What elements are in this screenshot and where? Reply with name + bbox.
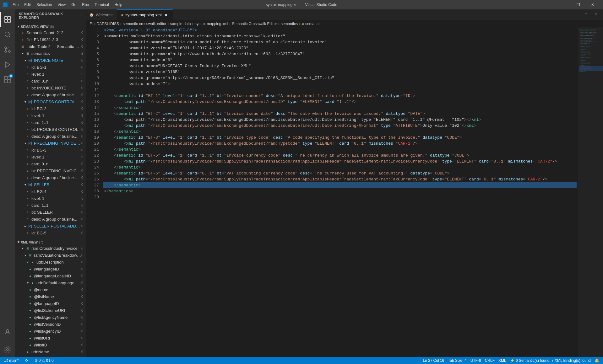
tree-item-ram-valuation[interactable]: ▾ ⊞ ram:ValuationBreakdown... 0 <box>15 252 86 259</box>
activity-explorer[interactable] <box>0 12 15 27</box>
tree-item-bg1-bt[interactable]: ≡bt: INVOICE NOTE0 <box>15 84 86 91</box>
status-tab-size[interactable]: Tab Size: 4 <box>447 358 468 363</box>
menu-selection[interactable]: Selection <box>34 2 54 8</box>
minimize-button[interactable]: — <box>557 0 571 9</box>
tab-welcome[interactable]: 🏠 Welcome <box>86 9 117 20</box>
tree-item-bg4-desc[interactable]: ≡desc: A group of busine...0 <box>15 216 86 222</box>
split-editor-button[interactable]: ⊡ <box>582 10 590 19</box>
prop-icon: ≡ <box>25 134 30 139</box>
tree-item-bg4-id[interactable]: ≡id: BG-40 <box>15 188 86 195</box>
tree-item-bg1-level[interactable]: ≡level: 15 <box>15 71 86 78</box>
tree-item-listagencyname[interactable]: ●@listAgencyName0 <box>15 314 86 321</box>
tree-item-bg2-bt[interactable]: ≡bt: PROCESS CONTROL0 <box>15 126 86 133</box>
code-content[interactable]: <?xml version="1.0" encoding="UTF-8"?><s… <box>101 27 578 357</box>
status-notifications[interactable]: 🔔 <box>593 358 600 363</box>
layout-button[interactable]: ⊞ <box>592 10 600 19</box>
status-encoding[interactable]: UTF-8 <box>469 358 482 363</box>
tree-item-bg1-id[interactable]: ≡id: BG-10 <box>15 64 86 71</box>
svg-rect-0 <box>5 17 7 19</box>
activity-run[interactable] <box>0 57 15 72</box>
tree-item-languagelocaleid[interactable]: ●@languageLocaleID0 <box>15 272 86 279</box>
circle-icon: ● <box>28 273 33 278</box>
tree-item-bg5-id[interactable]: ≡id: BG-50 <box>15 229 86 236</box>
activity-accounts[interactable] <box>0 324 15 340</box>
maximize-button[interactable]: ❐ <box>571 0 585 9</box>
tree-item-bg4-level[interactable]: ≡level: 15 <box>15 195 86 202</box>
breadcrumb-semantic[interactable]: ◈semantic <box>302 22 320 26</box>
status-language[interactable]: XML <box>497 358 508 363</box>
tree-label: @listVersionID <box>34 322 81 327</box>
breadcrumb-sce[interactable]: Semantic Crosswalk Editor <box>232 22 277 26</box>
tree-item-semantics[interactable]: ▾ ⊞ semantics 2 <box>15 50 86 57</box>
semantic-view-section[interactable]: ▾ SEMANTIC VIEW (6) <box>15 23 86 29</box>
breadcrumb-semantics[interactable]: semantics <box>281 22 298 26</box>
breadcrumb-file[interactable]: syntax-mapping.xml <box>195 22 228 26</box>
menu-go[interactable]: Go <box>69 2 79 8</box>
breadcrumb-editor[interactable]: semantic-crosswalk-editor <box>123 22 166 26</box>
tree-item-bg3-desc[interactable]: ≡desc: A group of busine...0 <box>15 174 86 181</box>
menu-view[interactable]: View <box>55 2 68 8</box>
status-semantics[interactable]: ⚡ 6 Semantic(s) found, 7 XML Binding(s) … <box>509 358 592 363</box>
menu-run[interactable]: Run <box>79 2 91 8</box>
tree-item-languageid[interactable]: ●@languageID0 <box>15 265 86 272</box>
tab-close-button[interactable]: ✕ <box>164 13 169 18</box>
tree-item-listid[interactable]: ●@listID0 <box>15 341 86 348</box>
menu-help[interactable]: Help <box>112 2 125 8</box>
status-line-col[interactable]: Ln 27 Col 16 <box>422 358 446 363</box>
tree-item-seller[interactable]: ▾ [e] SELLER 0 <box>15 181 86 188</box>
tree-item-process-control[interactable]: ▾ [e] PROCESS CONTROL 0 <box>15 98 86 105</box>
tree-item-bg4-bt[interactable]: ≡bt: SELLER0 <box>15 209 86 216</box>
tree-item-bg1-desc[interactable]: ≡desc: A group of busine...0 <box>15 91 86 98</box>
status-line-ending[interactable]: CRLF <box>484 358 496 363</box>
status-branch[interactable]: ⎇ main* <box>3 358 20 363</box>
tree-item-listagencyid[interactable]: ●@listAgencyID0 <box>15 328 86 335</box>
tree-item-bg3-id[interactable]: ≡id: BG-30 <box>15 147 86 153</box>
tree-item-rsm-crossindustry[interactable]: ▾ ⊞ rsm:CrossIndustryInvoice 6 <box>15 245 86 252</box>
activity-source-control[interactable] <box>0 42 15 57</box>
tree-item-bg2-level[interactable]: ≡level: 15 <box>15 112 86 119</box>
tree-item-listversionid[interactable]: ●@listVersionID0 <box>15 321 86 328</box>
tree-item-bg4-card[interactable]: ≡card: 1..16 <box>15 202 86 209</box>
menu-edit[interactable]: Edit <box>22 2 33 8</box>
sidebar-content[interactable]: ▾ SEMANTIC VIEW (6) ≡ SemanticCount: 212… <box>15 22 86 357</box>
tree-item-table[interactable]: ⊞ table: Table 2 — Semantic mo... 0 <box>15 43 86 50</box>
breadcrumb-dapsi[interactable]: DAPSI-IDISS <box>97 22 119 26</box>
breadcrumb-sample[interactable]: sample-data <box>170 22 191 26</box>
menu-terminal[interactable]: Terminal <box>92 2 111 8</box>
tree-item-file[interactable]: ≡ file: EN16931-3-3 0 <box>15 36 86 43</box>
minimap[interactable]: <?xml version="1.0" encoding="UTF-8"?> <… <box>578 27 603 357</box>
tree-item-listname[interactable]: ●@listName0 <box>15 293 86 300</box>
tree-item-seller-postal[interactable]: ▸ [e] SELLER POSTAL ADDRESS 0 <box>15 222 86 229</box>
status-errors[interactable]: ⊗ 0 ⚠ 0 ℹ 0 <box>33 358 55 363</box>
tree-item-listschemeuri[interactable]: ●@listSchemeURI0 <box>15 307 86 314</box>
status-sync[interactable]: ⟳ <box>24 358 30 363</box>
tree-item-preceding-invoice[interactable]: ▾ [e] PRECEDING INVOICE RE... 0 <box>15 140 86 147</box>
close-button[interactable]: ✕ <box>585 0 600 9</box>
tree-item-name[interactable]: ●@name0 <box>15 286 86 293</box>
tree-item-bg3-level[interactable]: ≡level: 15 <box>15 153 86 160</box>
tree-item-bg3-bt[interactable]: ≡bt: PRECEDING INVOIC...0 <box>15 167 86 174</box>
menu-file[interactable]: File <box>10 2 21 8</box>
tree-item-bg3-card[interactable]: ≡card: 0..n0 <box>15 160 86 167</box>
activity-settings[interactable] <box>0 342 15 357</box>
tree-item-udt-defaultlang[interactable]: ▾ ● udt:DefaultLanguageCo... 0 <box>15 279 86 286</box>
breadcrumb-f[interactable]: F: <box>90 22 93 26</box>
tree-item-bg1-card[interactable]: ≡card: 0..n0 <box>15 78 86 84</box>
tree-item-udt-description[interactable]: ▾ ● udt:Description 0 <box>15 259 86 265</box>
tree-item-invoice-note[interactable]: ▾ [e] INVOICE NOTE 0 <box>15 57 86 64</box>
breadcrumb-label: semantics <box>281 22 298 26</box>
tree-item-bg2-card[interactable]: ≡card: 1..16 <box>15 119 86 126</box>
activity-search[interactable] <box>0 27 15 42</box>
xml-view-section[interactable]: ▾ XML VIEW (7) <box>15 239 86 245</box>
tree-item-bg2-desc[interactable]: ≡desc: A group of busine...0 <box>15 133 86 140</box>
tree-item-bg2-id[interactable]: ≡id: BG-20 <box>15 105 86 112</box>
tab-syntax-mapping[interactable]: ◈ syntax-mapping.xml ✕ <box>117 9 173 20</box>
titlebar: File Edit Selection View Go Run Terminal… <box>0 0 603 9</box>
tree-item-listuri[interactable]: ●@listURI0 <box>15 335 86 341</box>
tree-item-udt-name[interactable]: ●udt:Name0 <box>15 348 86 355</box>
sidebar-more-button[interactable]: ··· <box>79 13 82 18</box>
tree-item-semantic-count[interactable]: ≡ SemanticCount: 212 0 <box>15 29 86 36</box>
tree-item-languageid2[interactable]: ●@languageID0 <box>15 300 86 307</box>
activity-extensions[interactable]: 8 <box>0 72 15 87</box>
code-editor[interactable]: 1234567891011121314151617181920212223242… <box>86 27 603 357</box>
